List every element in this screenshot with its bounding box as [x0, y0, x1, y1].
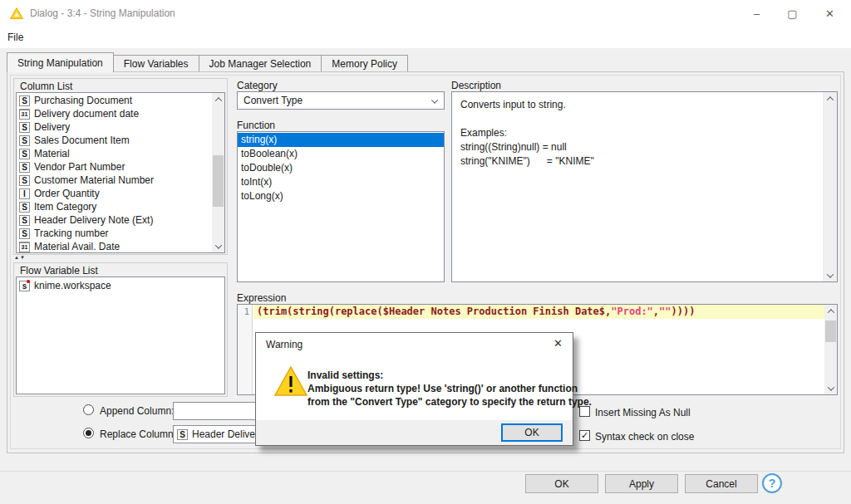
category-value: Convert Type: [243, 95, 303, 106]
column-list-item[interactable]: IOrder Quantity: [17, 187, 212, 200]
column-list-item[interactable]: 31Delivery document date: [17, 107, 212, 120]
column-list-item[interactable]: STracking number: [17, 227, 212, 240]
string-type-icon: S: [19, 162, 30, 173]
warning-message-line: from the "Convert Type" category to spec…: [307, 395, 592, 409]
string-type-icon: S: [177, 429, 188, 440]
button-separator: [0, 471, 851, 472]
string-type-icon: S: [19, 202, 30, 213]
column-name: Delivery document date: [34, 108, 139, 120]
scroll-down-icon[interactable]: [212, 240, 224, 252]
menu-file[interactable]: File: [7, 32, 23, 43]
column-list-label: Column List: [20, 81, 72, 92]
description-line: Examples:: [460, 126, 819, 140]
scroll-up-icon[interactable]: [212, 93, 224, 105]
tab-string-manipulation[interactable]: String Manipulation: [7, 52, 114, 72]
scroll-up-icon[interactable]: [823, 92, 837, 105]
column-name: Item Category: [34, 201, 96, 213]
append-column-radio[interactable]: [83, 404, 94, 415]
menu-bar: File: [0, 27, 851, 48]
column-list-item[interactable]: SItem Category: [17, 200, 212, 213]
warning-dialog-title: Warning: [266, 339, 303, 350]
string-type-icon: S: [19, 135, 30, 146]
column-list-item[interactable]: SCustomer Material Number: [17, 174, 212, 187]
column-name: Sales Document Item: [34, 135, 130, 146]
scrollbar-thumb[interactable]: [213, 155, 224, 207]
category-dropdown[interactable]: Convert Type: [237, 91, 445, 110]
replace-column-value: Header Delivery: [192, 428, 263, 440]
column-list-item[interactable]: 31Material Avail. Date: [17, 240, 212, 253]
warning-ok-button[interactable]: OK: [501, 423, 563, 442]
ok-button[interactable]: OK: [525, 474, 598, 493]
chevron-down-icon: [431, 96, 438, 103]
warning-close-icon[interactable]: ✕: [553, 337, 563, 350]
column-list-item[interactable]: SPurchasing Document: [17, 94, 212, 107]
apply-button[interactable]: Apply: [605, 474, 678, 493]
column-list-item[interactable]: SSales Document Item: [17, 134, 212, 147]
column-list-scrollbar[interactable]: [212, 93, 224, 252]
expression-line[interactable]: (trim(string(replace($Header Notes Produ…: [253, 305, 824, 319]
column-name: Delivery: [34, 121, 70, 133]
column-name: Customer Material Number: [34, 174, 154, 186]
string-type-icon: S: [19, 122, 30, 133]
tab-flow-variables[interactable]: Flow Variables: [113, 55, 199, 72]
minimize-button[interactable]: –: [738, 0, 775, 27]
tab-job-manager-selection[interactable]: Job Manager Selection: [199, 55, 322, 72]
category-label: Category: [237, 80, 278, 91]
line-number-gutter: 1: [238, 305, 253, 394]
code-segment: )))): [671, 306, 696, 317]
close-button[interactable]: ✕: [811, 0, 849, 27]
tab-memory-policy[interactable]: Memory Policy: [321, 55, 408, 72]
knime-app-icon: [10, 7, 23, 19]
int-type-icon: I: [19, 188, 30, 199]
date-type-icon: 31: [19, 242, 30, 252]
syntax-check-checkbox[interactable]: ✓: [579, 430, 590, 441]
scroll-up-icon[interactable]: [824, 305, 837, 317]
function-list-item[interactable]: toDouble(x): [238, 161, 444, 175]
flow-variable-item[interactable]: sknime.workspace: [17, 279, 224, 292]
help-button[interactable]: ?: [762, 473, 782, 493]
code-segment: "Prod:": [611, 306, 653, 317]
column-list-item[interactable]: SHeader Delivery Note (Ext): [17, 213, 212, 227]
function-list-item[interactable]: toInt(x): [238, 175, 444, 189]
column-name: Header Delivery Note (Ext): [34, 214, 153, 226]
function-label: Function: [237, 120, 275, 131]
string-type-icon: S: [19, 228, 30, 239]
string-type-icon: S: [19, 175, 30, 186]
scroll-down-icon[interactable]: [824, 382, 837, 394]
column-list: SPurchasing Document31Delivery document …: [16, 92, 225, 253]
warning-message-line: Invalid settings:: [307, 369, 592, 382]
string-type-icon: S: [19, 215, 30, 226]
column-name: Purchasing Document: [34, 95, 132, 106]
maximize-button[interactable]: ▢: [774, 0, 811, 27]
warning-triangle-icon: [274, 366, 307, 396]
description-line: string((String)null) = null: [460, 140, 819, 154]
replace-column-label: Replace Column:: [100, 428, 176, 440]
description-line: string("KNIME") = "KNIME": [460, 154, 819, 169]
title-bar: Dialog - 3:4 - String Manipulation – ▢ ✕: [0, 0, 851, 27]
column-list-item[interactable]: SDelivery: [17, 120, 212, 134]
expression-scrollbar[interactable]: [824, 305, 837, 394]
function-list-item[interactable]: string(x): [238, 133, 444, 147]
column-list-item[interactable]: SVendor Part Number: [17, 160, 212, 174]
split-pane-divider[interactable]: ▲▼: [14, 255, 26, 260]
string-type-icon: S: [19, 95, 30, 106]
flow-variable-list-label: Flow Variable List: [20, 265, 98, 276]
flow-variable-name: knime.workspace: [34, 280, 111, 291]
warning-message-line: Ambiguous return type! Use 'string()' or…: [307, 382, 592, 395]
line-number: 1: [243, 306, 249, 317]
description-box: Converts input to string. Examples:strin…: [451, 91, 838, 282]
scroll-down-icon[interactable]: [823, 269, 837, 281]
cancel-button[interactable]: Cancel: [685, 474, 758, 493]
function-list-item[interactable]: toLong(x): [238, 189, 444, 203]
function-list-item[interactable]: toBoolean(x): [238, 147, 444, 161]
string-type-icon: S: [19, 149, 30, 159]
replace-column-radio[interactable]: [83, 428, 94, 438]
append-column-label: Append Column:: [100, 405, 174, 417]
red-dot: [27, 280, 30, 283]
description-label: Description: [451, 80, 501, 91]
scrollbar-thumb[interactable]: [825, 321, 836, 342]
description-scrollbar[interactable]: [823, 92, 837, 281]
column-list-item[interactable]: SMaterial: [17, 147, 212, 160]
code-segment: ,: [653, 306, 659, 317]
function-list: string(x)toBoolean(x)toDouble(x)toInt(x)…: [237, 131, 445, 282]
